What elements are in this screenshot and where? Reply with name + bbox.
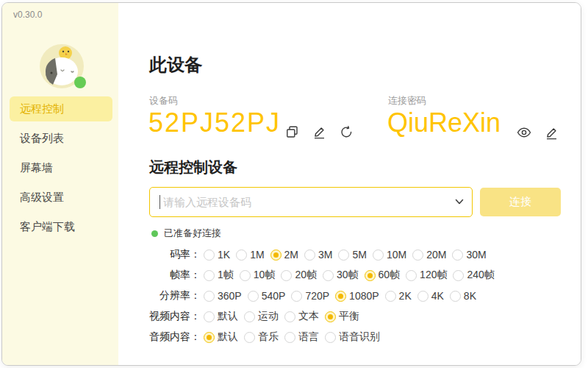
radio-option-label: 240帧 <box>467 269 494 282</box>
radio-option-audio-content-3[interactable]: 语音识别 <box>325 330 380 344</box>
radio-selected-icon[interactable] <box>204 332 215 343</box>
radio-option-framerate-0[interactable]: 1帧 <box>204 269 234 282</box>
sidebar-item-device-list[interactable]: 设备列表 <box>10 126 112 151</box>
radio-unselected-icon[interactable] <box>204 270 215 281</box>
avatar[interactable] <box>39 43 85 89</box>
radio-unselected-icon[interactable] <box>236 250 247 261</box>
radio-unselected-icon[interactable] <box>281 270 292 281</box>
password-actions <box>516 124 559 141</box>
radio-option-label: 1080P <box>349 290 379 302</box>
radio-option-framerate-5[interactable]: 120帧 <box>406 269 447 282</box>
radio-option-label: 360P <box>218 290 242 302</box>
radio-option-bitrate-4[interactable]: 5M <box>338 249 366 261</box>
radio-option-bitrate-7[interactable]: 30M <box>452 249 486 261</box>
radio-option-label: 4K <box>431 290 444 302</box>
radio-option-bitrate-1[interactable]: 1M <box>236 249 264 261</box>
radio-option-resolution-2[interactable]: 720P <box>291 290 329 302</box>
radio-option-audio-content-2[interactable]: 语言 <box>284 330 319 344</box>
radio-option-bitrate-5[interactable]: 10M <box>373 249 406 261</box>
chevron-down-icon[interactable] <box>453 196 465 208</box>
text-caret <box>159 195 160 209</box>
radio-option-framerate-4[interactable]: 60帧 <box>365 269 401 282</box>
radio-unselected-icon[interactable] <box>284 311 295 322</box>
radio-unselected-icon[interactable] <box>204 311 215 322</box>
radio-unselected-icon[interactable] <box>325 332 336 343</box>
radio-unselected-icon[interactable] <box>450 291 461 302</box>
radio-option-label: 平衡 <box>339 310 359 323</box>
radio-option-video-content-2[interactable]: 文本 <box>284 310 319 323</box>
radio-option-label: 5M <box>352 249 366 261</box>
radio-unselected-icon[interactable] <box>244 332 255 343</box>
radio-unselected-icon[interactable] <box>338 250 349 261</box>
main-content: 此设备 设备码 52PJ52PJ 连接密码 QiuReXin <box>118 3 581 365</box>
radio-selected-icon[interactable] <box>335 291 346 302</box>
refresh-icon[interactable] <box>339 124 354 140</box>
radio-unselected-icon[interactable] <box>453 270 464 281</box>
radio-option-video-content-1[interactable]: 运动 <box>244 310 279 323</box>
radio-option-label: 120帧 <box>420 269 447 282</box>
radio-selected-icon[interactable] <box>270 250 282 261</box>
radio-option-bitrate-3[interactable]: 3M <box>304 249 332 261</box>
radio-option-resolution-1[interactable]: 540P <box>248 290 286 302</box>
radio-option-resolution-4[interactable]: 2K <box>385 290 412 302</box>
radio-option-video-content-0[interactable]: 默认 <box>204 310 238 323</box>
sidebar-item-screen-wall[interactable]: 屏幕墙 <box>10 155 112 180</box>
radio-unselected-icon[interactable] <box>284 332 295 343</box>
radio-option-resolution-3[interactable]: 1080P <box>335 290 379 302</box>
radio-option-framerate-6[interactable]: 240帧 <box>453 269 494 282</box>
radio-unselected-icon[interactable] <box>240 270 251 281</box>
options-resolution: 360P540P720P1080P2K4K8K <box>204 290 476 302</box>
connect-button[interactable]: 连接 <box>480 188 561 216</box>
options-framerate: 1帧10帧20帧30帧60帧120帧240帧 <box>204 269 495 282</box>
radio-option-label: 音乐 <box>258 330 279 344</box>
radio-option-audio-content-1[interactable]: 音乐 <box>244 330 279 344</box>
radio-unselected-icon[interactable] <box>385 291 396 302</box>
sidebar-menu: 远程控制设备列表屏幕墙高级设置客户端下载 <box>2 96 118 244</box>
device-code-actions <box>284 124 354 140</box>
radio-option-label: 2M <box>284 249 298 261</box>
radio-option-label: 默认 <box>218 310 238 323</box>
radio-unselected-icon[interactable] <box>291 291 302 302</box>
copy-icon[interactable] <box>284 124 300 140</box>
remote-device-code-input[interactable] <box>149 187 473 217</box>
eye-icon[interactable] <box>516 124 532 141</box>
radio-option-bitrate-6[interactable]: 20M <box>412 249 446 261</box>
sidebar-item-remote-control[interactable]: 远程控制 <box>10 96 112 121</box>
setting-row-resolution: 分辨率：360P540P720P1080P2K4K8K <box>148 286 495 306</box>
radio-unselected-icon[interactable] <box>452 250 463 261</box>
radio-option-audio-content-0[interactable]: 默认 <box>204 330 238 344</box>
radio-option-bitrate-0[interactable]: 1K <box>204 249 230 261</box>
radio-unselected-icon[interactable] <box>323 270 334 281</box>
edit-icon[interactable] <box>544 125 559 141</box>
radio-option-video-content-3[interactable]: 平衡 <box>325 310 359 323</box>
connect-password-label: 连接密码 <box>388 94 426 107</box>
sidebar-item-advanced-settings[interactable]: 高级设置 <box>10 185 112 210</box>
radio-option-resolution-5[interactable]: 4K <box>417 290 444 302</box>
sidebar-item-client-download[interactable]: 客户端下载 <box>10 214 112 239</box>
radio-option-label: 2K <box>399 290 412 302</box>
radio-unselected-icon[interactable] <box>417 291 429 302</box>
radio-unselected-icon[interactable] <box>204 291 215 302</box>
radio-option-framerate-3[interactable]: 30帧 <box>323 269 359 282</box>
radio-selected-icon[interactable] <box>365 270 376 281</box>
radio-option-resolution-6[interactable]: 8K <box>450 290 476 302</box>
radio-option-label: 8K <box>464 290 476 302</box>
radio-option-framerate-1[interactable]: 10帧 <box>240 269 276 282</box>
radio-option-label: 默认 <box>218 330 238 344</box>
radio-option-resolution-0[interactable]: 360P <box>204 290 242 302</box>
edit-icon[interactable] <box>312 124 327 140</box>
radio-unselected-icon[interactable] <box>244 311 255 322</box>
radio-unselected-icon[interactable] <box>406 270 417 281</box>
radio-unselected-icon[interactable] <box>373 250 384 261</box>
radio-option-label: 10帧 <box>254 269 276 282</box>
setting-label-audio-content: 音频内容： <box>148 330 201 344</box>
radio-unselected-icon[interactable] <box>248 291 259 302</box>
radio-option-label: 1M <box>250 249 264 261</box>
radio-unselected-icon[interactable] <box>304 250 315 261</box>
radio-unselected-icon[interactable] <box>412 250 423 261</box>
radio-option-framerate-2[interactable]: 20帧 <box>281 269 317 282</box>
radio-selected-icon[interactable] <box>325 311 336 322</box>
radio-option-bitrate-2[interactable]: 2M <box>270 249 298 261</box>
radio-unselected-icon[interactable] <box>204 250 215 261</box>
setting-label-resolution: 分辨率： <box>148 289 201 302</box>
